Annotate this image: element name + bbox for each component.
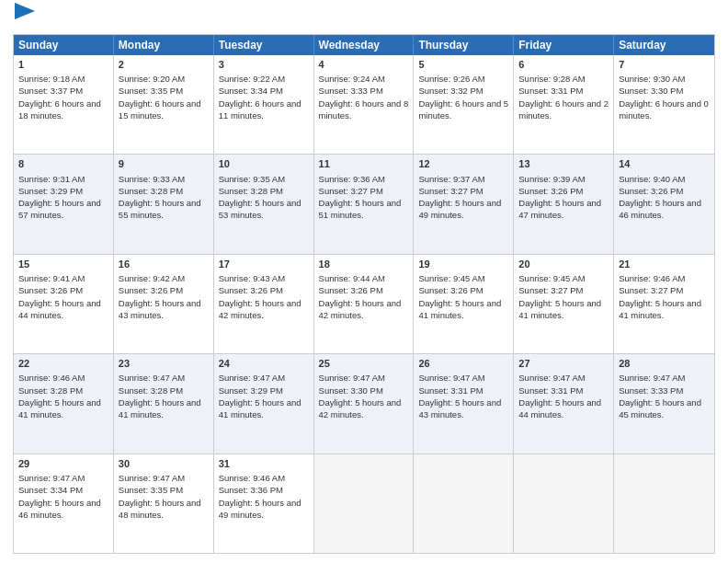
day-cell-29: 29Sunrise: 9:47 AMSunset: 3:34 PMDayligh… (14, 454, 114, 553)
sunset-text: Sunset: 3:28 PM (119, 186, 183, 196)
sunrise-text: Sunrise: 9:45 AM (518, 273, 585, 283)
day-cell-12: 12Sunrise: 9:37 AMSunset: 3:27 PMDayligh… (414, 155, 514, 253)
empty-cell (414, 454, 514, 553)
sunset-text: Sunset: 3:34 PM (18, 485, 83, 495)
day-header-thursday: Thursday (414, 35, 514, 55)
sunrise-text: Sunrise: 9:45 AM (418, 273, 484, 283)
daylight-text: Daylight: 5 hours and 49 minutes. (418, 198, 501, 220)
sunrise-text: Sunrise: 9:18 AM (18, 74, 85, 84)
day-cell-4: 4Sunrise: 9:24 AMSunset: 3:33 PMDaylight… (314, 55, 415, 154)
sunset-text: Sunset: 3:36 PM (219, 485, 283, 495)
day-number: 4 (319, 58, 409, 72)
day-header-friday: Friday (514, 35, 614, 55)
day-number: 24 (219, 357, 309, 371)
daylight-text: Daylight: 6 hours and 0 minutes. (619, 98, 709, 121)
sunset-text: Sunset: 3:30 PM (319, 385, 383, 396)
sunrise-text: Sunrise: 9:46 AM (619, 273, 685, 283)
sunset-text: Sunset: 3:33 PM (319, 86, 383, 96)
day-number: 18 (319, 258, 409, 271)
day-number: 26 (418, 357, 508, 371)
day-cell-13: 13Sunrise: 9:39 AMSunset: 3:26 PMDayligh… (514, 155, 614, 253)
day-cell-14: 14Sunrise: 9:40 AMSunset: 3:26 PMDayligh… (614, 155, 714, 253)
daylight-text: Daylight: 5 hours and 44 minutes. (518, 397, 601, 419)
day-cell-10: 10Sunrise: 9:35 AMSunset: 3:28 PMDayligh… (214, 155, 314, 253)
day-number: 10 (219, 157, 309, 171)
daylight-text: Daylight: 5 hours and 42 minutes. (319, 397, 402, 419)
sunset-text: Sunset: 3:29 PM (219, 385, 283, 396)
sunset-text: Sunset: 3:27 PM (319, 186, 383, 196)
daylight-text: Daylight: 5 hours and 43 minutes. (119, 298, 201, 320)
day-number: 30 (119, 457, 209, 471)
day-number: 9 (119, 157, 209, 171)
sunset-text: Sunset: 3:27 PM (619, 285, 683, 295)
sunrise-text: Sunrise: 9:43 AM (219, 273, 285, 283)
calendar-row-5: 29Sunrise: 9:47 AMSunset: 3:34 PMDayligh… (14, 454, 714, 553)
daylight-text: Daylight: 6 hours and 5 minutes. (418, 98, 508, 121)
sunrise-text: Sunrise: 9:47 AM (619, 373, 685, 383)
day-number: 28 (619, 357, 710, 371)
day-cell-5: 5Sunrise: 9:26 AMSunset: 3:32 PMDaylight… (414, 55, 514, 154)
day-cell-25: 25Sunrise: 9:47 AMSunset: 3:30 PMDayligh… (314, 354, 415, 453)
day-cell-11: 11Sunrise: 9:36 AMSunset: 3:27 PMDayligh… (314, 155, 415, 253)
sunrise-text: Sunrise: 9:42 AM (119, 273, 185, 283)
sunset-text: Sunset: 3:28 PM (18, 385, 83, 396)
day-number: 5 (418, 58, 508, 72)
daylight-text: Daylight: 5 hours and 47 minutes. (518, 198, 601, 220)
calendar-row-3: 15Sunrise: 9:41 AMSunset: 3:26 PMDayligh… (14, 254, 714, 353)
day-cell-9: 9Sunrise: 9:33 AMSunset: 3:28 PMDaylight… (114, 155, 214, 253)
day-number: 7 (619, 58, 710, 72)
calendar-page: SundayMondayTuesdayWednesdayThursdayFrid… (0, 0, 728, 563)
day-cell-21: 21Sunrise: 9:46 AMSunset: 3:27 PMDayligh… (614, 255, 714, 353)
day-cell-16: 16Sunrise: 9:42 AMSunset: 3:26 PMDayligh… (114, 255, 214, 353)
sunset-text: Sunset: 3:26 PM (418, 285, 483, 295)
daylight-text: Daylight: 5 hours and 41 minutes. (119, 397, 201, 419)
daylight-text: Daylight: 5 hours and 41 minutes. (518, 298, 601, 320)
day-cell-23: 23Sunrise: 9:47 AMSunset: 3:28 PMDayligh… (114, 354, 214, 453)
sunrise-text: Sunrise: 9:39 AM (518, 174, 585, 184)
day-number: 16 (119, 258, 209, 271)
sunset-text: Sunset: 3:26 PM (119, 285, 183, 295)
daylight-text: Daylight: 6 hours and 2 minutes. (518, 98, 609, 121)
logo (13, 9, 35, 27)
day-number: 23 (119, 357, 209, 371)
day-number: 29 (18, 457, 108, 471)
day-header-monday: Monday (114, 35, 214, 55)
day-cell-26: 26Sunrise: 9:47 AMSunset: 3:31 PMDayligh… (414, 354, 514, 453)
day-number: 2 (119, 58, 209, 72)
sunset-text: Sunset: 3:26 PM (18, 285, 83, 295)
page-header (13, 9, 715, 27)
sunrise-text: Sunrise: 9:36 AM (319, 174, 385, 184)
day-header-saturday: Saturday (614, 35, 714, 55)
day-number: 25 (319, 357, 409, 371)
day-number: 12 (418, 157, 508, 171)
day-cell-15: 15Sunrise: 9:41 AMSunset: 3:26 PMDayligh… (14, 255, 114, 353)
calendar-body: 1Sunrise: 9:18 AMSunset: 3:37 PMDaylight… (14, 55, 714, 553)
day-number: 8 (18, 157, 108, 171)
sunrise-text: Sunrise: 9:40 AM (619, 174, 685, 184)
daylight-text: Daylight: 6 hours and 11 minutes. (219, 98, 301, 121)
daylight-text: Daylight: 5 hours and 49 minutes. (219, 498, 301, 520)
logo-arrow-icon (15, 3, 35, 19)
day-cell-30: 30Sunrise: 9:47 AMSunset: 3:35 PMDayligh… (114, 454, 214, 553)
sunrise-text: Sunrise: 9:47 AM (418, 373, 484, 383)
day-number: 20 (518, 258, 609, 271)
day-number: 15 (18, 258, 108, 271)
day-cell-27: 27Sunrise: 9:47 AMSunset: 3:31 PMDayligh… (514, 354, 614, 453)
day-number: 1 (18, 58, 108, 72)
svg-marker-0 (15, 3, 35, 19)
sunrise-text: Sunrise: 9:46 AM (18, 373, 85, 383)
daylight-text: Daylight: 5 hours and 41 minutes. (619, 298, 701, 320)
day-cell-20: 20Sunrise: 9:45 AMSunset: 3:27 PMDayligh… (514, 255, 614, 353)
calendar-row-2: 8Sunrise: 9:31 AMSunset: 3:29 PMDaylight… (14, 154, 714, 253)
day-cell-17: 17Sunrise: 9:43 AMSunset: 3:26 PMDayligh… (214, 255, 314, 353)
sunset-text: Sunset: 3:35 PM (119, 485, 183, 495)
sunrise-text: Sunrise: 9:24 AM (319, 74, 385, 84)
sunset-text: Sunset: 3:31 PM (518, 385, 583, 396)
daylight-text: Daylight: 5 hours and 57 minutes. (18, 198, 101, 220)
sunrise-text: Sunrise: 9:22 AM (219, 74, 285, 84)
day-number: 6 (518, 58, 609, 72)
sunrise-text: Sunrise: 9:20 AM (119, 74, 185, 84)
sunrise-text: Sunrise: 9:47 AM (219, 373, 285, 383)
calendar-header: SundayMondayTuesdayWednesdayThursdayFrid… (14, 35, 714, 55)
daylight-text: Daylight: 5 hours and 41 minutes. (18, 397, 101, 419)
